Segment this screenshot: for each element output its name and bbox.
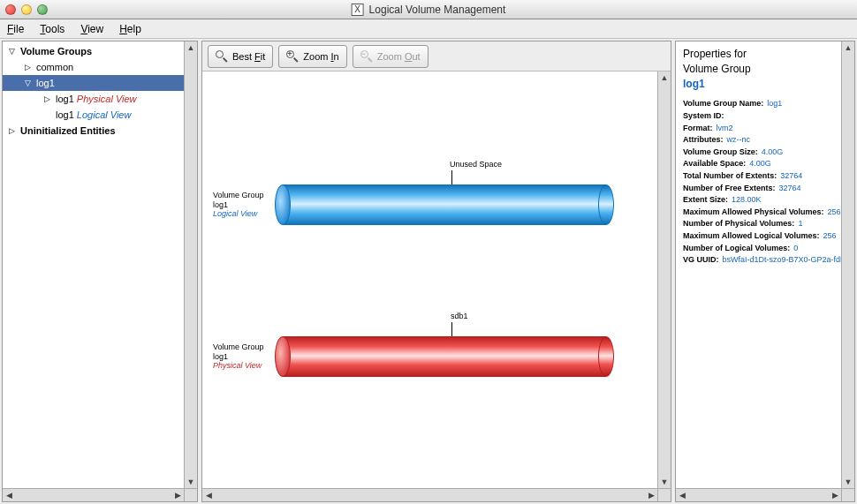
- close-icon[interactable]: [5, 4, 16, 15]
- chevron-right-icon[interactable]: ▷: [42, 94, 52, 103]
- property-row: Extent Size:128.00K: [683, 194, 834, 206]
- scrollbar-vertical[interactable]: ▲▼: [657, 71, 671, 488]
- scrollbar-vertical[interactable]: ▲▼: [184, 41, 197, 488]
- tree-item-log1-physical[interactable]: ▷ log1 Physical View: [3, 91, 184, 107]
- minimize-icon[interactable]: [21, 4, 32, 15]
- properties-panel: Properties for Volume Group log1 Volume …: [675, 41, 855, 502]
- tree-panel: ▽ Volume Groups ▷ common ▽ log1 ▷ log1 P…: [2, 41, 198, 502]
- menubar: File Tools View Help: [0, 19, 857, 39]
- callout-sdb1: sdb1: [451, 312, 468, 320]
- property-row: Total Number of Extents:32764: [683, 170, 834, 182]
- scroll-corner: [184, 488, 197, 501]
- chevron-right-icon[interactable]: ▷: [6, 126, 17, 135]
- property-row: Attributes:wz--nc: [683, 134, 834, 146]
- menu-help[interactable]: Help: [119, 23, 141, 35]
- zoomin-button[interactable]: + Zoom In: [278, 45, 346, 68]
- window-title-group: X Logical Volume Management: [352, 4, 506, 16]
- menu-file[interactable]: File: [7, 23, 24, 35]
- tree-item-log1-logical[interactable]: ▷ log1 Logical View: [3, 107, 184, 123]
- volume-tree: ▽ Volume Groups ▷ common ▽ log1 ▷ log1 P…: [3, 41, 184, 140]
- property-row: System ID:: [683, 110, 834, 122]
- zoom-out-icon: −: [360, 50, 373, 63]
- window-titlebar: X Logical Volume Management: [0, 0, 857, 19]
- property-row: Available Space:4.00G: [683, 158, 834, 169]
- tree-item-log1[interactable]: ▽ log1: [3, 75, 184, 91]
- property-row: Volume Group Size:4.00G: [683, 147, 834, 158]
- chevron-right-icon[interactable]: ▷: [22, 63, 33, 71]
- window-controls: [5, 4, 48, 15]
- zoom-icon[interactable]: [37, 4, 48, 15]
- zoomout-button[interactable]: − Zoom Out: [353, 45, 428, 68]
- scroll-corner: [657, 488, 671, 501]
- callout-unused-space: Unused Space: [450, 160, 502, 169]
- bestfit-button[interactable]: Best Fit: [208, 45, 273, 68]
- menu-tools[interactable]: Tools: [40, 23, 64, 35]
- scroll-corner: [841, 488, 854, 501]
- logical-cyl-label: Volume Group log1 Logical View: [213, 191, 269, 219]
- tree-uninitialized[interactable]: ▷ Uninitialized Entities: [3, 123, 184, 139]
- props-vg-name: log1: [683, 77, 834, 92]
- tree-volume-groups[interactable]: ▽ Volume Groups: [3, 43, 184, 59]
- menu-view[interactable]: View: [80, 23, 103, 35]
- props-header-2: Volume Group: [683, 62, 834, 77]
- property-row: Number of Free Extents:32764: [683, 183, 834, 194]
- physical-cyl-label: Volume Group log1 Physical View: [213, 342, 269, 371]
- scrollbar-horizontal[interactable]: ◀▶: [202, 488, 657, 501]
- logical-cylinder[interactable]: [275, 184, 614, 225]
- scrollbar-horizontal[interactable]: ◀▶: [3, 488, 184, 501]
- chevron-down-icon[interactable]: ▽: [22, 79, 33, 87]
- property-row: Maximum Allowed Physical Volumes:256: [683, 207, 834, 218]
- scrollbar-horizontal[interactable]: ◀▶: [676, 488, 841, 501]
- property-row: Number of Physical Volumes:1: [683, 218, 834, 229]
- props-header-1: Properties for: [683, 47, 834, 62]
- diagram-canvas: Unused Space Volume Group log1 Logical V…: [202, 71, 657, 488]
- scrollbar-vertical[interactable]: ▲▼: [841, 41, 854, 488]
- diagram-panel: Best Fit + Zoom In − Zoom Out Unused Spa…: [201, 41, 671, 502]
- x11-icon: X: [352, 4, 364, 16]
- physical-cylinder[interactable]: [275, 336, 614, 377]
- magnifier-icon: [216, 50, 228, 63]
- property-row: Number of Logical Volumes:0: [683, 243, 834, 254]
- property-row: Format:lvm2: [683, 123, 834, 134]
- zoom-in-icon: +: [286, 50, 299, 63]
- property-row: Maximum Allowed Logical Volumes:256: [683, 230, 834, 242]
- tree-item-common[interactable]: ▷ common: [3, 59, 184, 75]
- window-title: Logical Volume Management: [369, 4, 506, 16]
- property-row: Volume Group Name:log1: [683, 98, 834, 109]
- chevron-down-icon[interactable]: ▽: [6, 47, 17, 56]
- property-row: VG UUID:bsWfaI-d1Dt-szo9-B7X0-GP2a-fdRQ-…: [683, 254, 834, 266]
- diagram-toolbar: Best Fit + Zoom In − Zoom Out: [202, 41, 671, 71]
